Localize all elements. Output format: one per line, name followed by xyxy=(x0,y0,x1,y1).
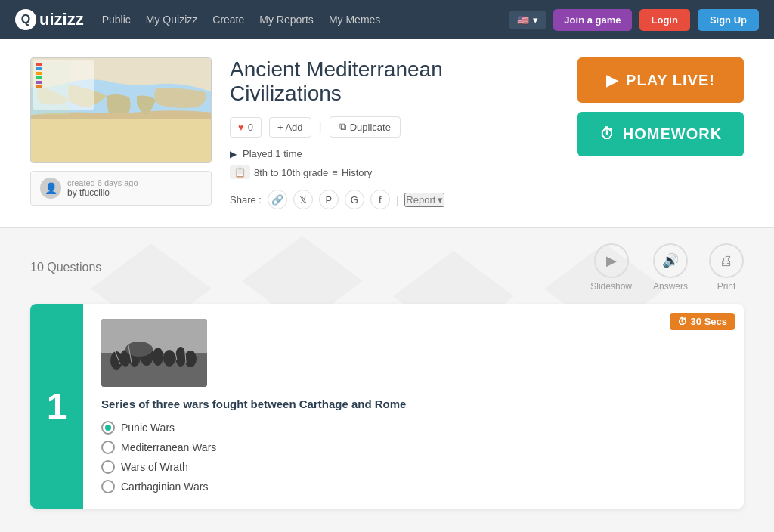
timer-badge: ⏱ 30 Secs xyxy=(670,313,735,330)
answer-item-3: Wars of Wrath xyxy=(101,460,726,474)
play-icon: ▶ xyxy=(230,149,237,159)
add-button[interactable]: + Add xyxy=(269,117,311,138)
quiz-thumbnail xyxy=(30,57,212,163)
played-info: ▶ Played 1 time xyxy=(230,148,559,159)
nav-public[interactable]: Public xyxy=(102,14,131,26)
duplicate-label: Duplicate xyxy=(350,122,391,133)
share-pinterest-icon[interactable]: P xyxy=(319,190,339,209)
share-twitter-icon[interactable]: 𝕏 xyxy=(293,190,313,209)
answer-item-4: Carthaginian Wars xyxy=(101,480,726,493)
grade-badge: 📋 xyxy=(230,165,250,179)
share-google-icon[interactable]: G xyxy=(345,190,364,209)
answer-label-1: Punic Wars xyxy=(121,422,175,434)
answer-radio-3 xyxy=(101,460,115,474)
hero-section: 👤 created 6 days ago by tfuccillo Ancien… xyxy=(0,39,774,228)
join-game-button[interactable]: Join a game xyxy=(553,9,631,31)
play-live-icon: ▶ xyxy=(606,71,618,89)
answer-label-3: Wars of Wrath xyxy=(121,461,188,473)
quiz-title: Ancient Mediterranean Civilizations xyxy=(230,57,559,106)
answer-radio-2 xyxy=(101,441,115,454)
nav-create[interactable]: Create xyxy=(212,14,244,26)
questions-section: 10 Questions ▶ Slideshow 🔊 Answers 🖨 Pri… xyxy=(0,228,774,524)
print-icon: 🖨 xyxy=(709,243,744,278)
homework-icon: ⏱ xyxy=(599,125,615,143)
answers-button[interactable]: 🔊 Answers xyxy=(653,243,688,292)
svg-rect-15 xyxy=(101,319,207,353)
svg-rect-7 xyxy=(36,81,42,84)
language-selector[interactable]: 🇺🇸 ▾ xyxy=(509,11,546,29)
flag-icon: 🇺🇸 xyxy=(517,14,529,26)
like-count: 0 xyxy=(248,122,253,133)
login-button[interactable]: Login xyxy=(639,9,690,31)
signup-button[interactable]: Sign Up xyxy=(698,9,759,31)
flag-chevron: ▾ xyxy=(533,14,538,26)
share-divider: | xyxy=(396,194,398,206)
add-label: + Add xyxy=(277,122,303,133)
answer-radio-4 xyxy=(101,480,115,493)
svg-rect-3 xyxy=(36,63,42,66)
answers-icon: 🔊 xyxy=(653,243,688,278)
answers-label: Answers xyxy=(653,281,688,292)
avatar: 👤 xyxy=(40,178,61,199)
questions-tools: ▶ Slideshow 🔊 Answers 🖨 Print xyxy=(590,243,744,292)
slideshow-label: Slideshow xyxy=(590,281,632,292)
list-icon: ≡ xyxy=(332,167,338,178)
creator-time: created 6 days ago xyxy=(67,178,138,187)
svg-rect-5 xyxy=(36,72,42,75)
question-text: Series of three wars fought between Cart… xyxy=(101,397,726,410)
duplicate-button[interactable]: ⧉ Duplicate xyxy=(330,116,401,138)
timer-value: 30 Secs xyxy=(691,316,727,327)
answer-label-2: Mediterranean Wars xyxy=(121,441,216,453)
answer-list: Punic Wars Mediterranean Wars Wars of Wr… xyxy=(101,421,726,493)
homework-button[interactable]: ⏱ HOMEWORK xyxy=(577,112,744,156)
creator-name: by tfuccillo xyxy=(67,187,138,198)
svg-point-25 xyxy=(125,342,153,357)
heart-icon: ♥ xyxy=(238,122,244,133)
like-button[interactable]: ♥ 0 xyxy=(230,117,262,138)
duplicate-icon: ⧉ xyxy=(339,121,346,133)
share-row: Share : 🔗 𝕏 P G f | Report ▾ xyxy=(230,190,559,209)
svg-rect-6 xyxy=(36,76,42,79)
question-number-bar: 1 xyxy=(30,304,83,509)
slideshow-button[interactable]: ▶ Slideshow xyxy=(590,243,632,292)
creator-text: created 6 days ago by tfuccillo xyxy=(67,178,138,198)
timer-icon: ⏱ xyxy=(677,316,687,327)
answer-radio-inner-1 xyxy=(105,425,111,431)
play-live-button[interactable]: ▶ PLAY LIVE! xyxy=(577,57,744,103)
report-label: Report xyxy=(406,194,435,206)
homework-label: HOMEWORK xyxy=(623,125,722,143)
nav-my-reports[interactable]: My Reports xyxy=(259,14,314,26)
hero-center: Ancient Mediterranean Civilizations ♥ 0 … xyxy=(230,57,559,209)
grade-label: 8th to 10th grade xyxy=(254,167,328,178)
svg-point-23 xyxy=(175,347,186,367)
question-card: 1 ⏱ 30 Secs xyxy=(30,304,744,509)
nav-my-quizizz[interactable]: My Quizizz xyxy=(146,14,197,26)
grade-subject: 📋 8th to 10th grade ≡ History xyxy=(230,165,559,179)
map-image xyxy=(31,58,212,163)
question-body: ⏱ 30 Secs xyxy=(83,304,744,509)
play-live-label: PLAY LIVE! xyxy=(626,72,715,89)
answer-label-4: Carthaginian Wars xyxy=(121,481,208,493)
navbar-right: 🇺🇸 ▾ Join a game Login Sign Up xyxy=(509,9,759,31)
navbar-links: Public My Quizizz Create My Reports My M… xyxy=(102,14,492,26)
share-link-icon[interactable]: 🔗 xyxy=(268,190,287,209)
question-card-wrapper: 1 ⏱ 30 Secs xyxy=(30,304,744,509)
navbar: Q uizizz Public My Quizizz Create My Rep… xyxy=(0,0,774,39)
divider: | xyxy=(319,120,322,134)
report-button[interactable]: Report ▾ xyxy=(404,193,444,207)
report-chevron: ▾ xyxy=(438,194,443,206)
answer-radio-1 xyxy=(101,421,115,435)
svg-point-24 xyxy=(184,351,197,367)
share-facebook-icon[interactable]: f xyxy=(370,190,390,209)
subject-label: History xyxy=(342,167,372,178)
played-time: Played 1 time xyxy=(243,148,302,159)
answer-item-2: Mediterranean Wars xyxy=(101,441,726,454)
svg-rect-26 xyxy=(132,342,135,353)
question-image xyxy=(101,319,207,387)
print-button[interactable]: 🖨 Print xyxy=(709,243,744,292)
hero-left: 👤 created 6 days ago by tfuccillo xyxy=(30,57,212,206)
questions-header: 10 Questions ▶ Slideshow 🔊 Answers 🖨 Pri… xyxy=(30,243,744,292)
nav-my-memes[interactable]: My Memes xyxy=(329,14,380,26)
share-label: Share : xyxy=(230,194,262,206)
svg-rect-8 xyxy=(36,85,42,88)
